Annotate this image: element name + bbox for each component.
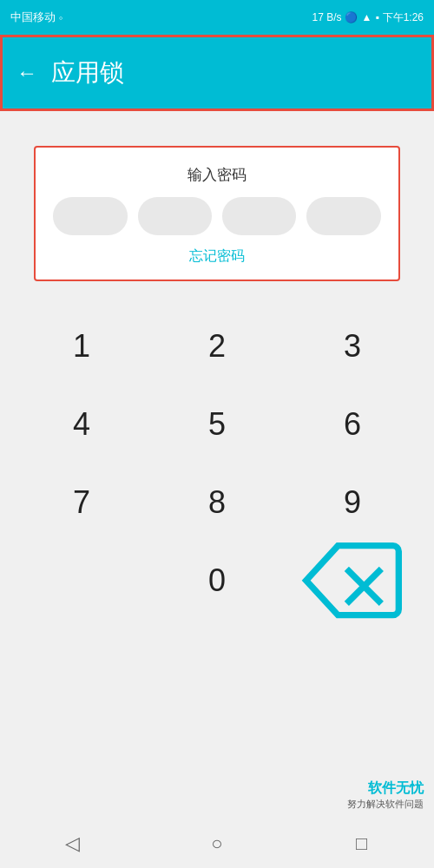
key-5[interactable]: 5 [165,385,269,464]
password-box: 输入密码 忘记密码 [34,146,399,281]
dot-3 [222,197,296,235]
status-left: 中国移动 ◦ [10,10,63,25]
dot-4 [306,197,380,235]
back-button[interactable]: ← [16,61,37,85]
bt-icon: 🔵 [345,11,358,23]
key-7[interactable]: 7 [30,464,134,542]
bottom-nav: ◁ ○ □ [0,819,434,868]
numpad-row-3: 7 8 9 [14,464,420,542]
wifi-icon: ▲ [361,11,372,23]
speed-label: 17 B/s [312,11,341,23]
top-bar: ← 应用锁 [0,35,434,111]
watermark-title: 软件无忧 [347,779,424,798]
signal-dot: ◦ [59,11,63,24]
nav-home-button[interactable]: ○ [191,826,243,861]
watermark-sub: 努力解决软件问题 [347,798,424,811]
home-nav-icon: ○ [211,832,222,855]
main-content: 输入密码 忘记密码 1 2 3 4 5 6 7 8 9 [0,111,434,819]
numpad-row-4: 0 [14,542,420,620]
status-right: 17 B/s 🔵 ▲ ▪ 下午1:26 [312,10,424,25]
time-label: 下午1:26 [383,10,424,25]
dot-2 [138,197,212,235]
nav-back-button[interactable]: ◁ [46,826,98,861]
battery-icon: ▪ [375,11,378,23]
key-2[interactable]: 2 [165,307,269,385]
numpad-row-1: 1 2 3 [14,307,420,385]
key-1[interactable]: 1 [30,307,134,385]
key-delete[interactable] [300,542,404,620]
key-6[interactable]: 6 [300,385,404,464]
watermark: 软件无忧 努力解决软件问题 [347,779,424,811]
key-4[interactable]: 4 [30,385,134,464]
key-8[interactable]: 8 [165,464,269,542]
carrier-label: 中国移动 [10,10,56,25]
dot-1 [53,197,127,235]
page-title: 应用锁 [51,56,124,89]
key-9[interactable]: 9 [300,464,404,542]
password-dots [53,197,380,235]
numpad-row-2: 4 5 6 [14,385,420,464]
nav-recent-button[interactable]: □ [336,826,388,861]
recent-nav-icon: □ [356,832,367,855]
key-3[interactable]: 3 [300,307,404,385]
key-empty [30,542,134,620]
key-0[interactable]: 0 [165,542,269,620]
back-nav-icon: ◁ [65,832,80,855]
password-label: 输入密码 [187,165,247,185]
numpad: 1 2 3 4 5 6 7 8 9 0 [14,307,420,620]
status-bar: 中国移动 ◦ 17 B/s 🔵 ▲ ▪ 下午1:26 [0,0,434,35]
forgot-password-link[interactable]: 忘记密码 [189,247,245,266]
